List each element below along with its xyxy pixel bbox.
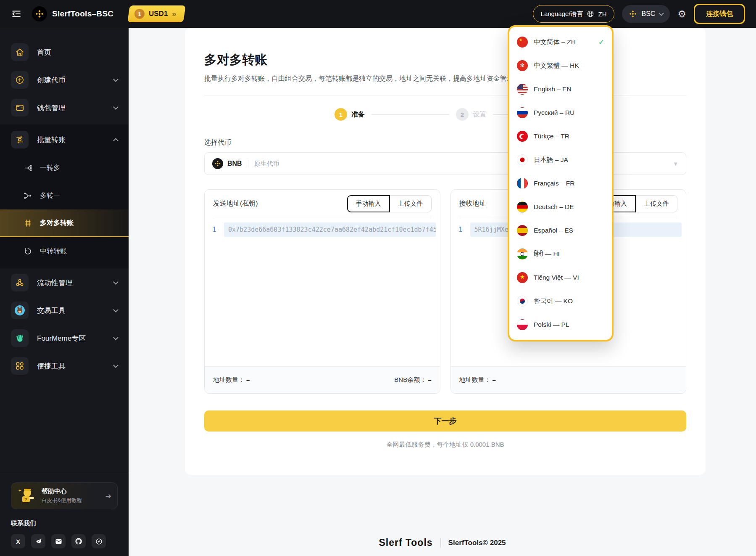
many-to-one-icon <box>24 191 32 200</box>
tab-upload-file[interactable]: 上传文件 <box>390 195 432 212</box>
line-number: 1 <box>205 222 224 237</box>
sidebar-subitem-label: 多转一 <box>40 191 60 200</box>
flag-icon <box>517 201 528 212</box>
language-label: Language/语言 <box>541 10 583 18</box>
next-step-button[interactable]: 下一步 <box>204 410 686 432</box>
chevron-down-icon <box>113 77 119 82</box>
gear-icon[interactable]: ⚙ <box>677 9 686 19</box>
svg-text:?: ? <box>24 497 27 502</box>
sender-address-editor[interactable]: 1 0x7b23de66a603f133823c422ce7aa682ef42a… <box>205 218 440 366</box>
connect-wallet-button[interactable]: 连接钱包 <box>694 4 745 24</box>
flag-icon <box>517 225 528 236</box>
sidebar-item-label: 首页 <box>37 48 118 57</box>
language-selector[interactable]: Language/语言 ZH <box>533 5 615 23</box>
sender-panel: 发送地址(私钥) 手动输入 上传文件 1 0x7b23de66a603f1338… <box>204 189 440 394</box>
x-twitter-icon[interactable]: X <box>11 534 25 548</box>
language-option-en[interactable]: English – EN <box>509 77 612 101</box>
language-option-zh[interactable]: 中文简体 – ZH ✓ <box>509 30 612 54</box>
token-select-label: 选择代币 <box>204 138 686 147</box>
help-mascot: ✦ ? <box>17 487 37 505</box>
step-prepare: 1 准备 <box>335 108 365 121</box>
network-selector[interactable]: BSC <box>622 5 670 23</box>
flag-icon <box>517 60 528 71</box>
chevron-down-icon <box>113 363 119 368</box>
language-option-de[interactable]: Deutsch – DE <box>509 195 612 219</box>
divider <box>204 95 686 95</box>
relay-transfer-icon <box>24 247 32 256</box>
language-option-ja[interactable]: 日本語 – JA <box>509 148 612 172</box>
brand[interactable]: SlerfTools–BSC <box>32 6 113 21</box>
check-icon: ✓ <box>598 38 604 47</box>
svg-text:✦: ✦ <box>18 488 21 493</box>
social-links: X <box>11 534 118 548</box>
divider <box>248 160 248 167</box>
sidebar-item-label: 批量转账 <box>37 135 105 145</box>
sidebar-item-home[interactable]: 首页 <box>0 39 129 66</box>
main-content: 多对多转账 批量执行多对多转账，自由组合交易，每笔转账都是独立的交易，地址之间无… <box>129 28 756 556</box>
telegram-icon[interactable] <box>31 534 45 548</box>
wallet-icon <box>11 99 29 116</box>
address-count-label: 地址数量： <box>459 376 491 384</box>
tab-manual-input[interactable]: 手动输入 <box>347 195 390 212</box>
sidebar-item-fourmeme[interactable]: FourMeme专区 <box>0 325 129 352</box>
sidebar-subitem-many-to-many[interactable]: 多对多转账 <box>0 209 129 237</box>
sidebar-item-trading-tools[interactable]: 交易工具 <box>0 297 129 324</box>
transfer-card: 多对多转账 批量执行多对多转账，自由组合交易，每笔转账都是独立的交易，地址之间无… <box>185 28 706 475</box>
help-center-card[interactable]: ✦ ? 帮助中心 白皮书&使用教程 ➔ <box>11 482 118 509</box>
sidebar-subitem-many-to-one[interactable]: 多转一 <box>0 182 129 209</box>
language-option-vi[interactable]: Tiếng Việt — VI <box>509 266 612 289</box>
step-label: 设置 <box>473 110 486 119</box>
flag-icon <box>517 178 528 189</box>
sidebar-collapse-icon[interactable] <box>9 7 24 21</box>
help-title: 帮助中心 <box>42 487 100 495</box>
globe-icon <box>587 10 594 18</box>
github-icon[interactable] <box>71 534 86 548</box>
coin-icon: 1 <box>134 9 145 19</box>
contact-heading: 联系我们 <box>11 519 118 527</box>
sidebar-item-liquidity[interactable]: 流动性管理 <box>0 269 129 296</box>
step-settings: 2 设置 <box>456 108 486 121</box>
sidebar-item-batch-transfer[interactable]: 批量转账 <box>0 126 129 153</box>
bsc-network-icon <box>629 10 637 18</box>
address-count-value: – <box>246 376 250 384</box>
tab-upload-file[interactable]: 上传文件 <box>635 195 677 212</box>
email-icon[interactable] <box>51 534 66 548</box>
language-option-pl[interactable]: Polski — PL <box>509 313 612 336</box>
language-option-fr[interactable]: Français – FR <box>509 172 612 195</box>
network-name: BSC <box>641 10 655 18</box>
token-select[interactable]: BNB 原生代币 ▼ <box>204 152 686 175</box>
flag-icon <box>517 37 528 48</box>
receiver-panel-title: 接收地址 <box>459 199 486 208</box>
sidebar-item-handy-tools[interactable]: 便捷工具 <box>0 352 129 379</box>
chevron-down-icon <box>113 104 119 110</box>
step-number: 2 <box>456 108 469 121</box>
sidebar-item-create-token[interactable]: 创建代币 <box>0 66 129 93</box>
compass-icon[interactable] <box>92 534 106 548</box>
language-option-hk[interactable]: 中文繁體 — HK <box>509 54 612 77</box>
sidebar-subitem-one-to-many[interactable]: 一转多 <box>0 154 129 182</box>
sidebar-item-label: 交易工具 <box>37 306 105 315</box>
top-bar: SlerfTools–BSC 1 USD1 » Language/语言 ZH <box>0 0 756 28</box>
flag-icon <box>517 249 528 259</box>
batch-transfer-section: 批量转账 一转多 多转一 <box>0 124 129 268</box>
one-to-many-icon <box>24 164 32 172</box>
bnb-balance-value: – <box>428 376 431 384</box>
sidebar-subitem-relay-transfer[interactable]: 中转转账 <box>0 237 129 265</box>
footer-copyright: SlerfTools© 2025 <box>448 539 506 547</box>
double-chevron-icon: » <box>172 9 176 19</box>
language-option-ru[interactable]: Русский – RU <box>509 101 612 124</box>
usd1-banner[interactable]: 1 USD1 » <box>128 5 186 22</box>
language-option-es[interactable]: Español – ES <box>509 219 612 242</box>
language-option-ko[interactable]: 한국어 — KO <box>509 289 612 313</box>
plus-circle-icon <box>11 71 29 89</box>
footer-logo: Slerf Tools <box>379 537 432 548</box>
grid-icon <box>11 357 29 375</box>
binance-logo-icon <box>32 6 47 21</box>
sidebar-item-wallet-management[interactable]: 钱包管理 <box>0 94 129 121</box>
language-option-tr[interactable]: Türkçe – TR <box>509 124 612 148</box>
sidebar-item-label: 创建代币 <box>37 75 105 85</box>
token-symbol: BNB <box>227 160 242 167</box>
sidebar-nav: 首页 创建代币 钱包管理 <box>0 28 129 380</box>
language-dropdown: 中文简体 – ZH ✓ 中文繁體 — HK English – EN Русск… <box>508 25 614 342</box>
language-option-hi[interactable]: हिंदी — HI <box>509 242 612 266</box>
